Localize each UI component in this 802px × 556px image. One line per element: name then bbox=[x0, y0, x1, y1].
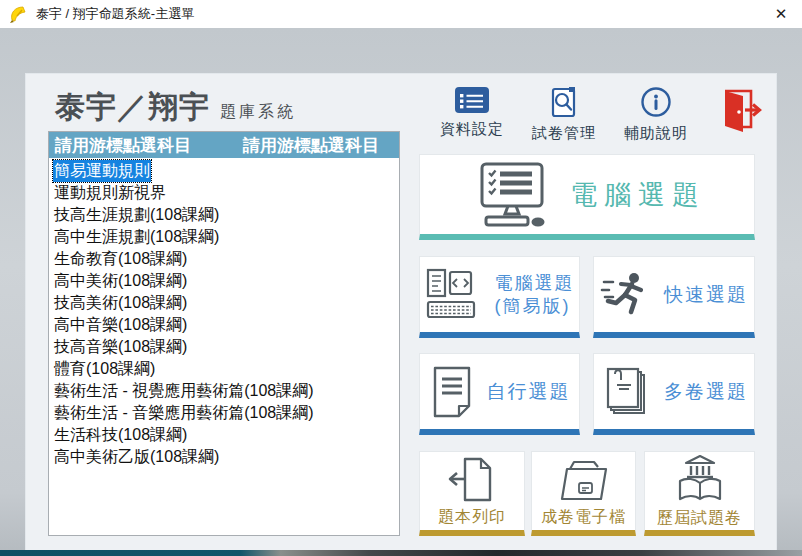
exam-management-label: 試卷管理 bbox=[532, 124, 596, 143]
archive-book-icon bbox=[673, 454, 727, 504]
data-settings-label: 資料設定 bbox=[440, 120, 504, 139]
data-settings-icon bbox=[454, 86, 490, 116]
subject-item[interactable]: 生命教育(108課綱) bbox=[51, 248, 399, 270]
subject-item[interactable]: 技高音樂(108課綱) bbox=[51, 336, 399, 358]
print-booklet-label: 題本列印 bbox=[438, 507, 506, 528]
subject-list-header: 請用游標點選科目 請用游標點選科目 bbox=[49, 132, 399, 158]
quick-select-label: 快速選題 bbox=[664, 283, 748, 306]
main-panel: 泰宇／翔宇 題庫系統 資料設定 bbox=[25, 73, 777, 556]
subject-item[interactable]: 高中美術(108課綱) bbox=[51, 270, 399, 292]
subject-item[interactable]: 高中音樂(108課綱) bbox=[51, 314, 399, 336]
multi-select-button[interactable]: 多卷選題 bbox=[593, 353, 755, 435]
print-booklet-button[interactable]: 題本列印 bbox=[419, 451, 525, 536]
computer-select-simple-button[interactable]: 電腦選題 (簡易版) bbox=[419, 256, 580, 338]
help-icon bbox=[639, 86, 673, 120]
print-export-icon bbox=[447, 455, 497, 503]
app-logo-icon bbox=[8, 4, 28, 24]
subject-item[interactable]: 藝術生活 - 音樂應用藝術篇(108課綱) bbox=[51, 402, 399, 424]
exam-efile-label: 成卷電子檔 bbox=[541, 507, 626, 528]
multi-select-label: 多卷選題 bbox=[664, 380, 748, 403]
self-select-button[interactable]: 自行選題 bbox=[419, 353, 580, 435]
help-label: 輔助說明 bbox=[624, 124, 688, 143]
subject-item[interactable]: 技高生涯規劃(108課綱) bbox=[51, 204, 399, 226]
subject-item[interactable]: 高中生涯規劃(108課綱) bbox=[51, 226, 399, 248]
subject-item[interactable]: 運動規則新視界 bbox=[51, 182, 399, 204]
computer-select-button[interactable]: 電腦選題 bbox=[419, 154, 755, 240]
subject-item[interactable]: 體育(108課綱) bbox=[51, 358, 399, 380]
runner-icon bbox=[600, 270, 652, 320]
brand-title: 泰宇／翔宇 bbox=[55, 87, 210, 128]
paper-stack-icon bbox=[600, 365, 652, 419]
exam-efile-button[interactable]: 成卷電子檔 bbox=[531, 451, 636, 536]
subject-item[interactable]: 藝術生活 - 視覺應用藝術篇(108課綱) bbox=[51, 380, 399, 402]
brand: 泰宇／翔宇 題庫系統 bbox=[55, 87, 296, 128]
window-body: 泰宇／翔宇 題庫系統 資料設定 bbox=[0, 28, 802, 556]
brand-subtitle: 題庫系統 bbox=[220, 102, 296, 123]
app-window: 泰宇 / 翔宇命題系統-主選單 ✕ 泰宇／翔宇 題庫系統 bbox=[0, 0, 802, 556]
document-icon bbox=[429, 366, 475, 418]
past-papers-label: 歷屆試題卷 bbox=[657, 508, 742, 529]
subject-listbox: 請用游標點選科目 請用游標點選科目 簡易運動規則 運動規則新視界 技高生涯規劃(… bbox=[48, 131, 400, 536]
computer-select-simple-label: 電腦選題 (簡易版) bbox=[495, 272, 575, 318]
exam-management-icon bbox=[547, 86, 581, 120]
quick-select-button[interactable]: 快速選題 bbox=[593, 256, 755, 338]
self-select-label: 自行選題 bbox=[487, 380, 571, 403]
titlebar: 泰宇 / 翔宇命題系統-主選單 ✕ bbox=[0, 0, 802, 28]
toolbar: 資料設定 試卷管理 bbox=[440, 86, 762, 143]
data-settings-button[interactable]: 資料設定 bbox=[440, 86, 504, 139]
subject-item[interactable]: 簡易運動規則 bbox=[51, 160, 399, 182]
subject-item[interactable]: 高中美術乙版(108課綱) bbox=[51, 446, 399, 468]
subject-header-right: 請用游標點選科目 bbox=[243, 134, 379, 157]
computer-checklist-icon bbox=[468, 162, 556, 228]
exit-door-icon bbox=[716, 88, 762, 132]
subject-header-left: 請用游標點選科目 bbox=[55, 134, 191, 157]
close-button[interactable]: ✕ bbox=[766, 0, 796, 28]
window-title: 泰宇 / 翔宇命題系統-主選單 bbox=[36, 5, 194, 23]
subject-list: 簡易運動規則 運動規則新視界 技高生涯規劃(108課綱) 高中生涯規劃(108課… bbox=[49, 158, 399, 468]
folder-icon bbox=[557, 455, 611, 503]
subject-item[interactable]: 生活科技(108課綱) bbox=[51, 424, 399, 446]
help-button[interactable]: 輔助說明 bbox=[624, 86, 688, 143]
computer-select-label: 電腦選題 bbox=[570, 177, 706, 213]
window-bottom-edge bbox=[0, 550, 802, 556]
exit-button[interactable] bbox=[716, 88, 762, 136]
exam-management-button[interactable]: 試卷管理 bbox=[532, 86, 596, 143]
past-papers-button[interactable]: 歷屆試題卷 bbox=[644, 451, 755, 536]
simple-version-icon bbox=[425, 268, 483, 322]
subject-item[interactable]: 技高美術(108課綱) bbox=[51, 292, 399, 314]
